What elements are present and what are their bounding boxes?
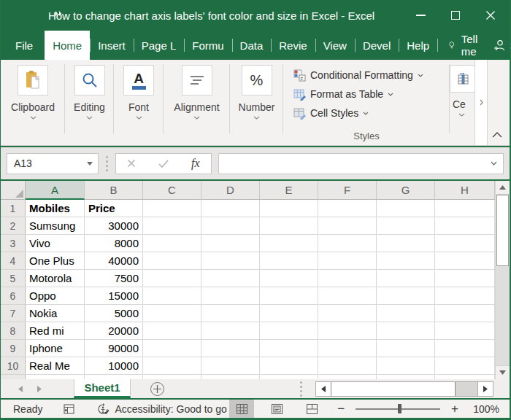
cell-a8[interactable]: Red mi — [26, 322, 85, 340]
cell-empty[interactable] — [435, 217, 495, 235]
ribbon-group-number[interactable]: % Number — [230, 60, 283, 145]
cell-empty[interactable] — [318, 305, 377, 322]
name-box-dropdown-icon[interactable] — [87, 162, 98, 166]
cell-a6[interactable]: Oppo — [26, 287, 85, 305]
cell-empty[interactable] — [260, 357, 318, 375]
cell-empty[interactable] — [143, 340, 201, 357]
cell-empty[interactable] — [201, 340, 260, 357]
cell-empty[interactable] — [260, 200, 318, 217]
cell-empty[interactable] — [377, 340, 435, 357]
maximize-button[interactable] — [438, 0, 473, 31]
cell-empty[interactable] — [435, 322, 495, 340]
row-header[interactable]: 2 — [1, 217, 26, 235]
name-box[interactable]: A13 — [7, 153, 99, 174]
row-header[interactable]: 4 — [1, 252, 26, 270]
cell-empty[interactable] — [435, 305, 495, 322]
cell-empty[interactable] — [260, 322, 318, 340]
cell-a5[interactable]: Motorola — [26, 270, 85, 287]
cell-empty[interactable] — [318, 270, 377, 287]
cell-empty[interactable] — [377, 217, 435, 235]
tab-insert[interactable]: Insert — [90, 31, 134, 60]
cell-empty[interactable] — [201, 217, 260, 235]
scroll-right-button[interactable] — [477, 382, 493, 396]
vertical-scrollbar[interactable] — [495, 181, 510, 379]
column-header-c[interactable]: C — [143, 181, 201, 200]
collapse-ribbon-button[interactable] — [492, 132, 502, 138]
sheet-nav-right-button[interactable] — [30, 386, 49, 392]
column-header-f[interactable]: F — [318, 181, 377, 200]
scroll-down-button[interactable] — [496, 365, 510, 379]
ribbon-group-font[interactable]: A Font — [114, 60, 164, 145]
zoom-slider[interactable] — [356, 408, 440, 410]
horizontal-scroll-track[interactable] — [456, 382, 477, 396]
cell-empty[interactable] — [201, 252, 260, 270]
ribbon-group-alignment[interactable]: Alignment — [164, 60, 230, 145]
cell-a3[interactable]: Vivo — [26, 235, 85, 252]
page-layout-view-button[interactable] — [264, 400, 289, 418]
minimize-button[interactable] — [403, 0, 438, 31]
tab-file[interactable]: File — [1, 31, 45, 60]
cell-empty[interactable] — [143, 252, 201, 270]
cell-a4[interactable]: One Plus — [26, 252, 85, 270]
cell-empty[interactable] — [143, 217, 201, 235]
cell-empty[interactable] — [377, 270, 435, 287]
ribbon-group-editing[interactable]: Editing — [65, 60, 114, 145]
cell-empty[interactable] — [260, 252, 318, 270]
tab-page-layout[interactable]: Page L — [134, 31, 185, 60]
select-all-corner[interactable] — [1, 181, 26, 200]
row-header[interactable]: 10 — [1, 357, 26, 375]
row-header[interactable]: 6 — [1, 287, 26, 305]
cell-styles-button[interactable]: Cell Styles — [293, 104, 369, 122]
cell-empty[interactable] — [377, 235, 435, 252]
cell-empty[interactable] — [201, 322, 260, 340]
cell-b10[interactable]: 10000 — [85, 357, 143, 375]
cell-empty[interactable] — [143, 305, 201, 322]
scroll-up-button[interactable] — [496, 181, 510, 195]
ribbon-scroll-right-button[interactable] — [474, 60, 488, 145]
cell-empty[interactable] — [318, 252, 377, 270]
macro-record-icon[interactable] — [64, 404, 74, 414]
tab-view[interactable]: View — [315, 31, 355, 60]
cell-empty[interactable] — [143, 357, 201, 375]
cell-empty[interactable] — [377, 252, 435, 270]
row-header[interactable]: 3 — [1, 235, 26, 252]
zoom-out-button[interactable]: − — [334, 402, 347, 416]
conditional-formatting-button[interactable]: ≠ Conditional Formatting — [293, 66, 423, 85]
vertical-scroll-thumb[interactable] — [496, 195, 509, 266]
row-header[interactable]: 5 — [1, 270, 26, 287]
cell-b5[interactable]: 7500 — [85, 270, 143, 287]
cell-empty[interactable] — [318, 235, 377, 252]
cell-a9[interactable]: Iphone — [26, 340, 85, 357]
cell-empty[interactable] — [318, 217, 377, 235]
cell-empty[interactable] — [435, 252, 495, 270]
tab-formulas[interactable]: Formu — [184, 31, 231, 60]
vertical-scroll-track[interactable] — [496, 266, 510, 365]
cell-empty[interactable] — [318, 322, 377, 340]
page-break-preview-button[interactable] — [299, 400, 324, 418]
cell-empty[interactable] — [377, 322, 435, 340]
tab-review[interactable]: Revie — [271, 31, 315, 60]
formula-bar-expand-icon[interactable] — [491, 161, 497, 166]
column-header-b[interactable]: B — [85, 181, 143, 200]
column-header-g[interactable]: G — [377, 181, 435, 200]
cell-empty[interactable] — [143, 200, 201, 217]
cell-empty[interactable] — [260, 270, 318, 287]
formula-bar-resizer[interactable] — [106, 156, 108, 171]
row-header[interactable]: 8 — [1, 322, 26, 340]
normal-view-button[interactable] — [229, 400, 254, 418]
cell-empty[interactable] — [435, 235, 495, 252]
cell-empty[interactable] — [318, 287, 377, 305]
enter-check-icon[interactable] — [158, 160, 169, 168]
cell-empty[interactable] — [377, 357, 435, 375]
accessibility-status[interactable]: Accessibility: Good to go — [97, 403, 226, 415]
zoom-level[interactable]: 100% — [461, 403, 499, 415]
cell-empty[interactable] — [201, 287, 260, 305]
cell-empty[interactable] — [435, 340, 495, 357]
cell-empty[interactable] — [435, 200, 495, 217]
cell-b4[interactable]: 40000 — [85, 252, 143, 270]
cell-empty[interactable] — [143, 322, 201, 340]
cell-b9[interactable]: 90000 — [85, 340, 143, 357]
cell-empty[interactable] — [260, 235, 318, 252]
formula-input[interactable] — [218, 153, 504, 174]
cell-empty[interactable] — [435, 270, 495, 287]
